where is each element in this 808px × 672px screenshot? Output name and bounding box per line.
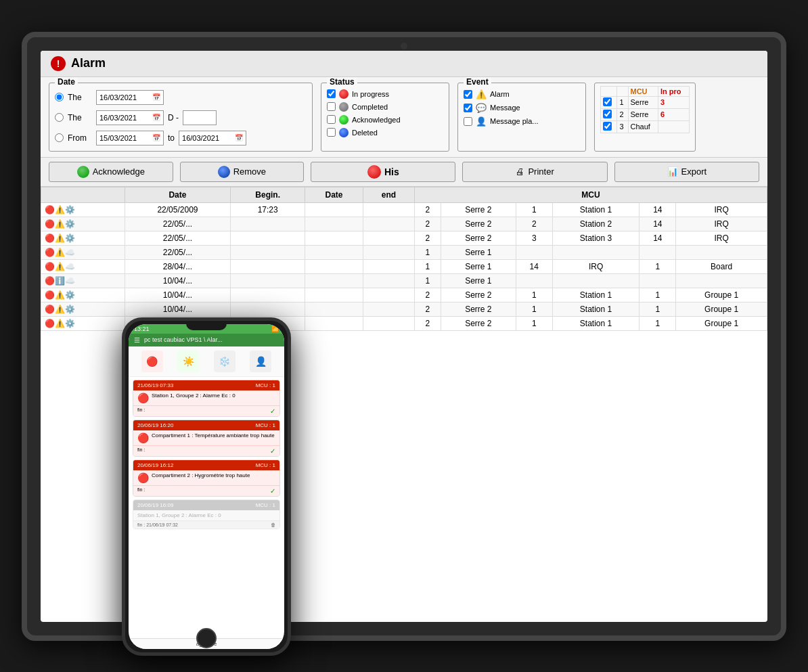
his-label: His xyxy=(384,166,399,177)
mcu-val-3 xyxy=(658,120,690,133)
phone-tab-sun[interactable]: ☀️ xyxy=(177,351,199,372)
row-sub1: 1 xyxy=(516,288,552,302)
row-date: 22/05/... xyxy=(125,245,231,259)
phone-card2-checkmark: ✓ xyxy=(270,447,275,455)
date-radio-the2[interactable] xyxy=(55,113,64,122)
date-row-3: From 15/03/2021 📅 to 16/03/2021 📅 xyxy=(55,129,307,147)
event-checkbox-message-plan[interactable] xyxy=(464,117,472,126)
phone-tab-user[interactable]: 👤 xyxy=(250,351,271,372)
phone-alarm-card-2[interactable]: 20/06/19 16:20 MCU : 1 🔴 Compartiment 1 … xyxy=(133,420,280,457)
printer-button[interactable]: 🖨 Printer xyxy=(462,162,607,182)
status-label-deleted: Deleted xyxy=(352,129,378,137)
phone-time: 13:21 xyxy=(134,326,150,332)
date-radio-the1[interactable] xyxy=(55,93,64,102)
row-station: Station 1 xyxy=(552,316,639,330)
table-row: 🔴⚠️☁️ 28/04/... 1 Serre 1 14 IRQ 1 Board xyxy=(41,259,767,273)
phone-card1-footer: fin : ✓ xyxy=(133,405,279,416)
row-sub2: 1 xyxy=(639,316,676,330)
date-label-from: From xyxy=(68,133,92,143)
row-sub2: 14 xyxy=(639,231,676,245)
phone-menu-icon[interactable]: ☰ xyxy=(134,336,140,344)
row-sub2: 14 xyxy=(639,217,676,231)
phone-card3-fin-label: fin : xyxy=(137,487,145,495)
status-checkbox-deleted[interactable] xyxy=(327,128,336,137)
event-label-message-plan: Message pla... xyxy=(490,117,539,125)
phone-card3-text: Compartiment 2 : Hygrométrie trop haute xyxy=(152,472,250,478)
row-mcu-num: 2 xyxy=(414,231,441,245)
status-checkbox-completed[interactable] xyxy=(327,102,336,111)
event-checkbox-alarm[interactable] xyxy=(464,90,472,99)
row-date2 xyxy=(305,217,363,231)
alarm-data-table: Date Begin. Date end MCU 🔴⚠️⚙️ 22/05/200… xyxy=(41,187,767,331)
event-checkbox-message[interactable] xyxy=(464,104,472,112)
printer-icon: 🖨 xyxy=(516,166,524,177)
date-group: Date The 16/03/2021 📅 The xyxy=(49,83,313,152)
phone-alarm-card-3[interactable]: 20/06/19 16:12 MCU : 1 🔴 Compartiment 2 … xyxy=(133,460,280,497)
row-type: IRQ xyxy=(676,231,767,245)
date-from-input[interactable]: 15/03/2021 📅 xyxy=(96,131,164,145)
row-mcu-name: Serre 2 xyxy=(441,202,516,217)
row-type: Board xyxy=(676,259,767,273)
row-date: 22/05/... xyxy=(125,217,231,231)
phone-card2-header: 20/06/19 16:20 MCU : 1 xyxy=(133,420,279,430)
date-radio-from[interactable] xyxy=(55,133,64,142)
row-type: Groupe 1 xyxy=(676,302,767,316)
row-date2 xyxy=(305,273,363,288)
mcu-name-3: Chauf xyxy=(628,120,658,133)
acknowledge-button[interactable]: Acknowledge xyxy=(49,162,173,182)
row-mcu-name: Serre 2 xyxy=(441,217,516,231)
row-date: 22/05/2009 xyxy=(125,202,231,217)
status-deleted: Deleted xyxy=(327,128,443,137)
row-begin xyxy=(231,217,305,231)
row-mcu-num: 1 xyxy=(414,273,441,288)
row-station xyxy=(552,245,639,259)
row-end xyxy=(363,288,415,302)
row-type xyxy=(676,273,767,288)
row-date: 10/04/... xyxy=(125,302,231,316)
phone-card1-mcu: MCU : 1 xyxy=(256,382,275,388)
row-sub2: 1 xyxy=(639,302,676,316)
status-group: Status In progress Completed A xyxy=(321,83,449,152)
phone-alarm-card-4[interactable]: 20/06/19 16:09 MCU : 1 Station 1, Groupe… xyxy=(133,499,280,529)
mcu-check-3[interactable] xyxy=(603,122,612,131)
row-mcu-num: 2 xyxy=(414,217,441,231)
date-extra-input[interactable] xyxy=(183,110,217,125)
date-input-1[interactable]: 16/03/2021 📅 xyxy=(96,90,164,105)
row-end xyxy=(363,316,415,330)
row-station: Station 3 xyxy=(552,231,639,245)
dot-green xyxy=(339,115,349,125)
phone-alarm-card-1[interactable]: 21/06/19 07:33 MCU : 1 🔴 Station 1, Grou… xyxy=(133,380,280,417)
remove-button[interactable]: Remove xyxy=(180,162,305,182)
phone-home-button[interactable] xyxy=(196,628,217,648)
mcu-check-2[interactable] xyxy=(603,110,612,118)
remove-icon xyxy=(218,166,230,178)
mcu-check-1[interactable] xyxy=(603,97,612,106)
mcu-table: MCU In pro 1 Serre 3 xyxy=(600,86,690,133)
export-button[interactable]: 📊 Export xyxy=(614,162,759,182)
date-input-2[interactable]: 16/03/2021 📅 xyxy=(96,110,164,125)
phone-card2-text: Compartiment 1 : Température ambiante tr… xyxy=(152,432,275,439)
event-label-alarm: Alarm xyxy=(490,90,510,98)
row-icons: 🔴⚠️⚙️ xyxy=(45,219,121,229)
phone-tab-snow[interactable]: ❄️ xyxy=(214,351,235,372)
phone-card2-footer: fin : ✓ xyxy=(133,445,279,456)
alarm-app-icon: ! xyxy=(51,56,66,71)
row-mcu-num: 2 xyxy=(414,202,441,217)
row-date2 xyxy=(305,202,363,217)
mcu-row-2: 2 Serre 6 xyxy=(601,108,690,120)
row-date2 xyxy=(305,259,363,273)
status-checkbox-in-progress[interactable] xyxy=(327,89,336,98)
date-to-input[interactable]: 16/03/2021 📅 xyxy=(179,131,246,145)
phone-card1-checkmark: ✓ xyxy=(270,407,275,415)
his-button[interactable]: His xyxy=(311,162,455,182)
status-acknowledged: Acknowledged xyxy=(327,115,443,125)
phone-tab-alarm[interactable]: 🔴 xyxy=(141,351,163,372)
status-checkbox-acknowledged[interactable] xyxy=(327,115,336,124)
row-date: 22/05/... xyxy=(125,231,231,245)
date-row-2: The 16/03/2021 📅 D - xyxy=(55,109,307,127)
status-label-acknowledged: Acknowledged xyxy=(352,116,401,124)
message-icon: 💬 xyxy=(476,103,487,113)
phone-card3-footer: fin : ✓ xyxy=(133,485,279,496)
mcu-row-3: 3 Chauf xyxy=(601,120,690,133)
dot-gray xyxy=(339,102,349,112)
